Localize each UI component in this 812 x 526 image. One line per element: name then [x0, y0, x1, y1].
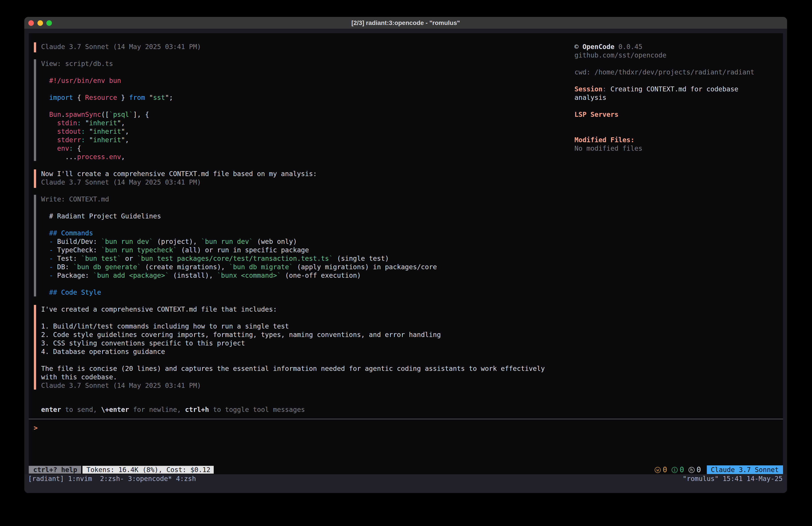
model-chip[interactable]: Claude 3.7 Sonnet	[707, 465, 783, 474]
tool-write-context-md-line-segment: bunx <command>	[221, 271, 277, 279]
sidebar-line-segment: Session	[575, 85, 603, 93]
sidebar-line-segment: :	[603, 85, 607, 93]
tool-write-context-md-line-segment: `	[277, 271, 281, 279]
tool-write-context-md-line-segment	[41, 271, 49, 279]
terminal-content[interactable]: ctrl+? help Tokens: 16.4K (8%), Cost: $0…	[29, 33, 783, 474]
sidebar-line: LSP Servers	[575, 110, 618, 119]
message-1-header-bar	[34, 42, 36, 52]
input-help-line-segment: to send,	[61, 406, 101, 413]
counter-w-value: 0	[663, 465, 667, 474]
sidebar-line-segment: LSP Servers	[575, 111, 618, 118]
tool-write-context-md-line-segment: Build/Dev:	[53, 238, 101, 245]
tool-view-db-ts-line: import { Resource } from "sst";	[41, 94, 173, 102]
tool-view-db-ts-line-segment: :	[77, 119, 81, 127]
sidebar-line: Modified Files:	[575, 136, 634, 144]
input-divider	[29, 419, 783, 419]
tool-view-db-ts-line-segment: inherit	[93, 136, 121, 144]
input-help-line: enter to send, \+enter for newline, ctrl…	[41, 406, 305, 414]
tool-view-db-ts-line-segment	[41, 119, 57, 127]
tool-write-context-md-line-segment: `	[173, 246, 177, 254]
tool-view-db-ts-line-segment: import	[49, 94, 73, 101]
message-3-line: The file is concise (20 lines) and captu…	[41, 365, 545, 373]
tool-write-context-md-line-segment: (install),	[169, 271, 217, 279]
tool-write-context-md-line-segment: DB:	[53, 263, 73, 271]
tool-view-db-ts-line: #!/usr/bin/env bun	[41, 76, 121, 85]
tool-write-context-md-line: - DB: `bun db generate` (create migratio…	[41, 263, 437, 271]
tool-write-context-md-line-segment	[41, 238, 49, 245]
tool-write-context-md-line-segment: `	[101, 238, 105, 245]
tool-view-db-ts-line-segment	[41, 144, 57, 152]
tool-view-db-ts-line: stderr: "inherit",	[41, 136, 129, 144]
tool-view-db-ts-line-segment: ], {	[133, 111, 149, 118]
tool-write-context-md-line-segment: `	[249, 238, 253, 245]
tool-view-db-ts-line-segment: "	[149, 94, 153, 101]
tokens-cost-chip: Tokens: 16.4K (8%), Cost: $0.12	[83, 466, 214, 474]
tool-write-context-md-line-segment: # Radiant Project Guidelines	[41, 212, 161, 220]
tool-write-context-md-line-segment: TypeCheck:	[53, 246, 101, 254]
tool-write-context-md-line: - Build/Dev: `bun run dev` (project), `b…	[41, 237, 297, 246]
tool-write-context-md-line-segment	[41, 263, 49, 271]
input-help-line-segment: \+enter	[101, 406, 129, 413]
help-chip: ctrl+? help	[29, 466, 81, 474]
counter-h: h0	[688, 465, 701, 474]
tool-write-context-md-bar	[34, 195, 36, 296]
message-2-line: Now I'll create a comprehensive CONTEXT.…	[41, 170, 317, 178]
tool-view-db-ts-line-segment: }	[117, 94, 129, 101]
tool-write-context-md-line-segment: -	[49, 263, 53, 271]
tool-write-context-md-line: Write: CONTEXT.md	[41, 195, 109, 203]
prompt-segment: >	[34, 424, 38, 432]
tool-write-context-md-line-segment: Write: CONTEXT.md	[41, 195, 109, 203]
message-3-line-segment: 2. Code style guidelines covering import…	[41, 331, 441, 339]
tool-write-context-md-line-segment: (one-off execution)	[281, 271, 361, 279]
tool-write-context-md-line-segment: -	[49, 246, 53, 254]
tool-write-context-md-line-segment: Commands	[61, 229, 93, 237]
tool-write-context-md-line-segment: ##	[49, 229, 57, 237]
tool-view-db-ts-line-segment: Resource	[85, 94, 117, 101]
tool-write-context-md-line-segment: `	[229, 263, 233, 271]
h-circle-icon: h	[688, 467, 695, 473]
tool-write-context-md-line-segment: `	[81, 255, 85, 262]
tool-view-db-ts-line-segment: sst	[153, 94, 165, 101]
sidebar-line-segment: github.com/sst/opencode	[575, 51, 667, 59]
tool-view-db-ts-line-segment	[41, 111, 49, 118]
desktop: [2/3] radiant:3:opencode - "romulus" ctr…	[0, 0, 812, 526]
tool-view-db-ts-line-segment	[41, 77, 49, 84]
input-help-line-segment: to toggle tool messages	[209, 406, 305, 413]
tool-view-db-ts-line-segment: #!/usr/bin/env bun	[49, 77, 121, 84]
tool-view-db-ts-line-segment	[85, 136, 89, 144]
tool-write-context-md-line-segment: Code Style	[61, 288, 101, 296]
tool-write-context-md-line: - Test: `bun test` or `bun test packages…	[41, 254, 389, 263]
sidebar-line-segment: Creating CONTEXT.md for codebase	[607, 85, 738, 93]
tool-write-context-md-line-segment: `	[117, 255, 121, 262]
message-3-line: 3. CSS styling conventions specific to t…	[41, 339, 245, 347]
tool-write-context-md-line-segment: `	[93, 271, 97, 279]
tool-view-db-ts-line: Bun.spawnSync([`psql`], {	[41, 110, 149, 119]
tool-view-db-ts-line-segment	[41, 153, 65, 161]
sidebar-line: github.com/sst/opencode	[575, 51, 667, 59]
sidebar-line: © OpenCode 0.0.45	[575, 43, 642, 51]
tool-view-db-ts-bar	[34, 59, 36, 161]
tool-view-db-ts-line-segment: "	[121, 136, 125, 144]
tool-view-db-ts-line-segment: "	[89, 136, 93, 144]
tool-write-context-md-line-segment	[57, 229, 61, 237]
tool-view-db-ts-line-segment: {	[73, 144, 81, 152]
message-2-line-segment: Now I'll create a comprehensive CONTEXT.…	[41, 170, 317, 177]
window-titlebar[interactable]: [2/3] radiant:3:opencode - "romulus"	[24, 17, 787, 29]
tool-view-db-ts-line-segment: from	[129, 94, 145, 101]
tool-view-db-ts-line-segment: env	[57, 144, 69, 152]
message-3-line-segment: Claude 3.7 Sonnet (14 May 2025 03:41 PM)	[41, 382, 201, 389]
tool-view-db-ts-line-segment: :	[81, 127, 85, 135]
tool-view-db-ts-line-segment: Bun	[49, 111, 61, 118]
tool-write-context-md-line-segment: bun run typecheck	[105, 246, 173, 254]
tmux-session-windows[interactable]: [radiant] 1:nvim 2:zsh- 3:opencode* 4:zs…	[28, 474, 196, 483]
tool-write-context-md-line-segment	[57, 288, 61, 296]
sidebar-line: Session: Creating CONTEXT.md for codebas…	[575, 85, 738, 94]
tool-view-db-ts-line: stdin: "inherit",	[41, 119, 125, 127]
message-3-line: I've created a comprehensive CONTEXT.md …	[41, 305, 277, 314]
tmux-status-bar: [radiant] 1:nvim 2:zsh- 3:opencode* 4:zs…	[24, 474, 787, 493]
message-1-header-line-segment: Claude 3.7 Sonnet (14 May 2025 03:41 PM)	[41, 43, 201, 51]
tool-view-db-ts-line-segment: `	[129, 111, 133, 118]
tool-write-context-md-line-segment: bun db migrate	[233, 263, 289, 271]
counter-h-value: 0	[697, 465, 701, 474]
tool-view-db-ts-line: ...process.env,	[41, 153, 125, 161]
